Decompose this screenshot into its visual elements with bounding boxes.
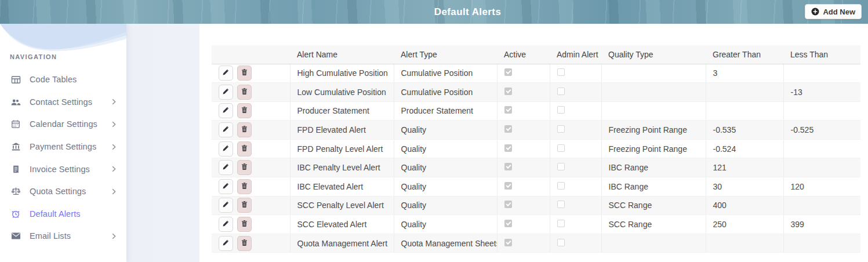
delete-button[interactable] xyxy=(237,198,252,213)
admin-alert-cell xyxy=(550,64,601,83)
envelope-icon xyxy=(10,232,21,240)
admin-alert-cell xyxy=(550,196,601,215)
quality-type-cell: SCC Range xyxy=(601,215,706,234)
column-header-quality-type: Quality Type xyxy=(601,45,706,64)
alarm-clock-icon xyxy=(10,209,21,219)
column-header-alert-name: Alert Name xyxy=(290,45,394,64)
admin-alert-checkbox[interactable] xyxy=(557,220,565,227)
delete-button[interactable] xyxy=(237,141,252,157)
admin-alert-cell xyxy=(550,215,601,234)
edit-button[interactable] xyxy=(219,103,233,118)
delete-button[interactable] xyxy=(237,179,252,194)
admin-alert-cell xyxy=(550,158,601,177)
sidebar-item-calendar-settings[interactable]: Calendar Settings xyxy=(0,113,126,136)
admin-alert-checkbox[interactable] xyxy=(557,182,565,190)
greater-than-cell: 121 xyxy=(706,158,783,177)
edit-button[interactable] xyxy=(219,160,233,175)
delete-button[interactable] xyxy=(237,236,252,251)
active-checkbox[interactable] xyxy=(504,220,512,227)
active-checkbox[interactable] xyxy=(504,106,512,114)
active-checkbox[interactable] xyxy=(504,144,512,152)
app-root: Default Alerts Add New NAVIGATION Code T… xyxy=(0,0,868,262)
alerts-table: Alert NameAlert TypeActiveAdmin AlertQua… xyxy=(212,45,860,253)
active-cell xyxy=(497,101,550,121)
alert-name-cell: SCC Elevated Alert xyxy=(290,215,394,234)
add-new-button[interactable]: Add New xyxy=(805,4,862,19)
admin-alert-checkbox[interactable] xyxy=(557,201,565,208)
sidebar-item-payment-settings[interactable]: Payment Settings xyxy=(0,136,126,158)
column-header-active: Active xyxy=(497,45,550,64)
quality-type-cell: SCC Range xyxy=(601,196,706,215)
sidebar-nav: Code Tables Contact Settings Calendar Se… xyxy=(0,68,126,248)
less-than-cell xyxy=(783,234,860,253)
page-title: Default Alerts xyxy=(0,0,868,24)
sidebar-item-invoice-settings[interactable]: Invoice Settings xyxy=(0,158,126,180)
active-cell xyxy=(497,215,550,234)
sidebar-item-email-lists[interactable]: Email Lists xyxy=(0,225,126,248)
edit-button[interactable] xyxy=(219,85,233,100)
users-icon xyxy=(10,97,21,107)
sidebar-item-contact-settings[interactable]: Contact Settings xyxy=(0,91,126,114)
admin-alert-checkbox[interactable] xyxy=(557,68,565,76)
less-than-cell xyxy=(783,64,860,83)
edit-button[interactable] xyxy=(219,141,233,157)
edit-button[interactable] xyxy=(219,236,233,251)
pencil-icon xyxy=(222,201,230,210)
less-than-cell xyxy=(783,196,860,215)
table-row: IBC Elevated Alert Quality IBC Range 30 … xyxy=(212,177,860,196)
admin-alert-checkbox[interactable] xyxy=(557,88,565,95)
admin-alert-checkbox[interactable] xyxy=(557,106,565,114)
alert-name-cell: SCC Penalty Level Alert xyxy=(290,196,394,215)
table-row: SCC Penalty Level Alert Quality SCC Rang… xyxy=(212,196,860,215)
greater-than-cell xyxy=(706,83,783,102)
less-than-cell: 399 xyxy=(783,215,860,234)
actions-cell xyxy=(212,234,290,253)
plus-circle-icon xyxy=(811,8,819,16)
delete-button[interactable] xyxy=(237,217,252,232)
active-checkbox[interactable] xyxy=(504,239,512,246)
table-row: SCC Elevated Alert Quality SCC Range 250… xyxy=(212,215,860,234)
sidebar-item-quota-settings[interactable]: Quota Settings xyxy=(0,180,126,203)
less-than-cell xyxy=(783,158,860,177)
admin-alert-cell xyxy=(550,101,601,121)
admin-alert-checkbox[interactable] xyxy=(557,239,565,246)
delete-button[interactable] xyxy=(237,66,252,81)
table-row: FPD Elevated Alert Quality Freezing Poin… xyxy=(212,121,860,140)
sidebar-item-label: Payment Settings xyxy=(30,142,112,151)
active-checkbox[interactable] xyxy=(504,88,512,95)
delete-button[interactable] xyxy=(237,85,252,100)
admin-alert-cell xyxy=(550,234,601,253)
edit-button[interactable] xyxy=(219,179,233,194)
alert-type-cell: Quality xyxy=(394,139,497,158)
greater-than-cell: -0.524 xyxy=(706,139,783,158)
trash-icon xyxy=(241,68,248,78)
actions-cell xyxy=(212,83,290,102)
edit-button[interactable] xyxy=(219,217,233,232)
actions-cell xyxy=(212,158,290,177)
delete-button[interactable] xyxy=(237,122,252,137)
active-checkbox[interactable] xyxy=(504,182,512,190)
alert-type-cell: Quality xyxy=(394,121,497,140)
delete-button[interactable] xyxy=(237,160,252,175)
edit-button[interactable] xyxy=(219,198,233,213)
sidebar-item-default-alerts[interactable]: Default Alerts xyxy=(0,203,126,225)
column-header-actions xyxy=(212,45,290,64)
top-banner: Default Alerts Add New xyxy=(0,0,868,24)
alert-type-cell: Cumulative Position xyxy=(394,83,497,102)
active-checkbox[interactable] xyxy=(504,163,512,170)
active-checkbox[interactable] xyxy=(504,125,512,133)
admin-alert-checkbox[interactable] xyxy=(557,125,565,133)
actions-cell xyxy=(212,215,290,234)
greater-than-cell: 3 xyxy=(706,64,783,83)
active-checkbox[interactable] xyxy=(504,201,512,208)
calendar-icon xyxy=(10,119,21,129)
actions-cell xyxy=(212,196,290,215)
active-checkbox[interactable] xyxy=(504,68,512,76)
delete-button[interactable] xyxy=(237,103,252,118)
admin-alert-checkbox[interactable] xyxy=(557,144,565,152)
edit-button[interactable] xyxy=(219,122,233,137)
sidebar-item-code-tables[interactable]: Code Tables xyxy=(0,68,126,91)
column-header-alert-type: Alert Type xyxy=(394,45,497,64)
edit-button[interactable] xyxy=(219,66,233,81)
admin-alert-checkbox[interactable] xyxy=(557,163,565,170)
